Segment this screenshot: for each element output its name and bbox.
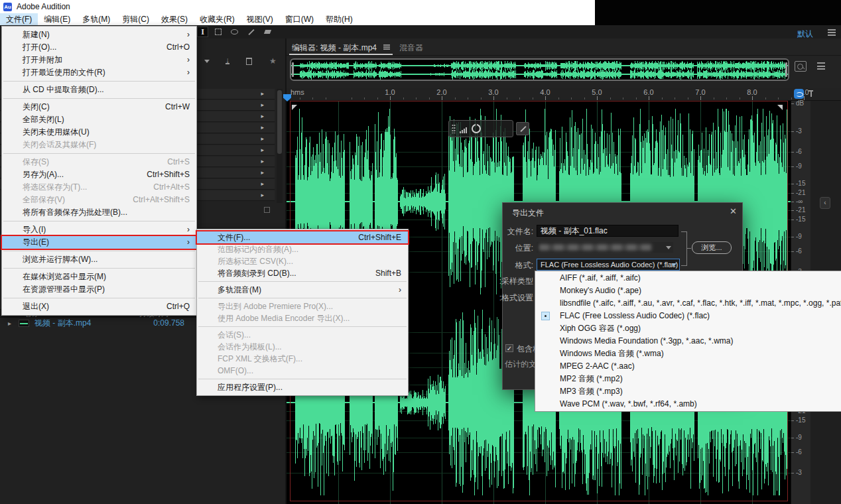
export-submenu-item-0[interactable]: 文件(F)...Ctrl+Shift+E <box>197 231 408 243</box>
file-menu-item-19[interactable]: 导出(E)› <box>2 236 196 249</box>
overview-navigator[interactable] <box>290 58 789 81</box>
small-box-icon[interactable] <box>264 207 270 213</box>
menubar-item-7[interactable]: 视图(V) <box>241 13 279 25</box>
trash-icon[interactable] <box>246 58 252 65</box>
file-menu-item-23[interactable]: 在媒体浏览器中显示(M) <box>2 271 196 283</box>
format-option-6[interactable]: Windows Media 音频 (*.wma) <box>535 347 841 360</box>
slot-arrow-icon[interactable]: ▸ <box>261 113 264 119</box>
menubar-item-5[interactable]: 效果(S) <box>155 13 194 25</box>
zoom-preset-icon[interactable] <box>795 61 807 72</box>
format-option-3[interactable]: FLAC (Free Lossless Audio Codec) (*.flac… <box>535 310 841 322</box>
slot-arrow-icon[interactable]: ▸ <box>261 124 264 131</box>
file-menu-item-26[interactable]: 退出(X)Ctrl+Q <box>2 300 196 313</box>
clip-corner-handle-left[interactable] <box>292 105 297 110</box>
format-option-0[interactable]: AIFF (*.aif, *.aiff, *.aifc) <box>535 272 841 284</box>
format-option-8[interactable]: MP2 音频 (*.mp2) <box>535 373 841 385</box>
volume-knob[interactable] <box>472 124 481 133</box>
include-markers-checkbox[interactable]: ✓ <box>505 344 513 352</box>
scrollbar-thumb[interactable] <box>277 90 282 154</box>
spot-healing-tool[interactable] <box>262 27 273 37</box>
time-selection-tool[interactable]: I <box>197 27 208 37</box>
file-menu-item-24[interactable]: 在资源管理器中显示(P) <box>2 283 196 296</box>
format-option-1[interactable]: Monkey's Audio (*.ape) <box>535 284 841 297</box>
location-caret-icon[interactable] <box>666 246 671 249</box>
export-submenu-item-3[interactable]: 将音频刻录到 CD(B)...Shift+B <box>197 267 408 279</box>
menubar-item-8[interactable]: 窗口(W) <box>279 13 320 25</box>
expand-arrow-icon[interactable]: ▸ <box>8 318 11 329</box>
clip-corner-handle-right[interactable] <box>777 105 783 110</box>
export-submenu-item-13[interactable]: OMF(O)... <box>197 365 408 377</box>
menubar-item-4[interactable]: 剪辑(C) <box>116 13 155 25</box>
overview-left-handle[interactable] <box>292 62 294 77</box>
download-icon[interactable]: ↓ <box>226 56 229 64</box>
workspace-menu-icon[interactable] <box>828 29 836 36</box>
overview-right-handle[interactable] <box>785 62 787 77</box>
lasso-selection-tool[interactable] <box>229 27 240 37</box>
slot-arrow-icon[interactable]: ▸ <box>261 158 264 164</box>
format-option-2[interactable]: libsndfile (*.aifc, *.aiff, *.au, *.avr,… <box>535 297 841 310</box>
file-menu-item-15[interactable]: 全部保存(V)Ctrl+Alt+Shift+S <box>2 194 196 206</box>
slot-arrow-icon[interactable]: ▸ <box>261 169 264 176</box>
browse-button[interactable]: 浏览... <box>692 241 732 254</box>
export-submenu-item-15[interactable]: 应用程序设置(P)... <box>197 381 408 393</box>
export-submenu-item-10[interactable]: 会话(S)... <box>197 329 408 341</box>
dialog-close-button[interactable]: ✕ <box>730 206 737 216</box>
panel-menu-icon[interactable] <box>383 44 390 50</box>
slot-arrow-icon[interactable]: ▸ <box>261 90 264 97</box>
file-menu-item-7[interactable]: 关闭(C)Ctrl+W <box>2 101 196 113</box>
export-submenu-item-8[interactable]: 使用 Adobe Media Encoder 导出(X)... <box>197 312 408 324</box>
export-submenu-item-5[interactable]: 多轨混音(M)› <box>197 284 408 296</box>
export-submenu-item-11[interactable]: 会话作为模板(L)... <box>197 341 408 353</box>
file-menu-item-2[interactable]: 打开并附加› <box>2 54 196 66</box>
export-submenu-item-1[interactable]: 范围标记内的音频(A)... <box>197 243 408 255</box>
menubar-item-9[interactable]: 帮助(H) <box>320 13 359 25</box>
menubar-item-1[interactable]: 文件(F) <box>0 13 38 25</box>
file-menu-item-12[interactable]: 保存(S)Ctrl+S <box>2 156 196 168</box>
tab-editor[interactable]: 编辑器: 视频 - 副本.mp4 <box>292 42 377 54</box>
file-menu-item-13[interactable]: 另存为(A)...Ctrl+Shift+S <box>2 168 196 181</box>
slot-arrow-icon[interactable]: ▸ <box>261 101 264 108</box>
hud-edit-button[interactable] <box>516 122 529 135</box>
export-submenu-item-12[interactable]: FCP XML 交换格式(F)... <box>197 353 408 365</box>
overview-list-icon[interactable] <box>817 62 825 70</box>
paintbrush-tool[interactable] <box>245 27 257 37</box>
filename-input[interactable]: 视频 - 副本_01.flac <box>537 225 679 237</box>
menubar-item-6[interactable]: 收藏夹(R) <box>194 13 241 25</box>
slot-arrow-icon[interactable]: ▸ <box>261 135 264 142</box>
menubar-item-3[interactable]: 多轨(M) <box>76 13 116 25</box>
pin-icon[interactable] <box>809 90 813 92</box>
panel-collapse-button[interactable]: ‹ <box>820 197 830 209</box>
format-option-5[interactable]: Windows Media Foundation (*.3gp, *.aac, … <box>535 335 841 347</box>
marquee-selection-tool[interactable] <box>212 27 224 37</box>
slot-arrow-icon[interactable]: ▸ <box>261 192 264 198</box>
export-submenu-item-7[interactable]: 导出到 Adobe Premiere Pro(X)... <box>197 300 408 312</box>
timeline-ruler[interactable]: hms 1.02.03.04.05.06.07.08.09.0 <box>287 88 841 101</box>
export-submenu-item-2[interactable]: 所选标记至 CSV(K)... <box>197 255 408 267</box>
file-menu-item-3[interactable]: 打开最近使用的文件(R)› <box>2 66 196 79</box>
format-option-4[interactable]: Xiph OGG 容器 (*.ogg) <box>535 322 841 335</box>
location-combo[interactable] <box>537 242 673 253</box>
hud-grip-icon[interactable] <box>452 124 456 133</box>
volume-hud[interactable] <box>448 120 513 137</box>
favorites-star-icon[interactable]: ★ <box>269 56 277 66</box>
file-menu-item-0[interactable]: 新建(N)› <box>2 29 196 41</box>
file-menu-item-8[interactable]: 全部关闭(L) <box>2 113 196 126</box>
file-menu-item-5[interactable]: 从 CD 中提取音频(D)... <box>2 84 196 96</box>
file-menu-item-1[interactable]: 打开(O)...Ctrl+O <box>2 41 196 54</box>
format-combo[interactable]: FLAC (Free Lossless Audio Codec) (*.flac… <box>537 259 680 271</box>
file-menu-item-10[interactable]: 关闭会话及其媒体(F) <box>2 139 196 151</box>
menubar-item-2[interactable]: 编辑(E) <box>38 13 76 25</box>
tab-mixer[interactable]: 混音器 <box>399 42 423 54</box>
auto-scroll-icon[interactable] <box>794 89 804 99</box>
slots-scrollbar[interactable] <box>277 89 283 203</box>
file-name[interactable]: 视频 - 副本.mp4 <box>34 318 91 329</box>
file-menu-item-18[interactable]: 导入(I)› <box>2 223 196 236</box>
format-option-9[interactable]: MP3 音频 (*.mp3) <box>535 385 841 398</box>
file-menu-item-21[interactable]: 浏览并运行脚本(W)... <box>2 253 196 266</box>
slot-arrow-icon[interactable]: ▸ <box>261 147 264 153</box>
media-combo-caret-icon[interactable] <box>204 60 210 63</box>
format-option-10[interactable]: Wave PCM (*.wav, *.bwf, *.rf64, *.amb) <box>535 398 841 410</box>
file-menu-item-14[interactable]: 将选区保存为(T)...Ctrl+Alt+S <box>2 181 196 194</box>
format-option-7[interactable]: MPEG 2-AAC (*.aac) <box>535 360 841 373</box>
file-menu-item-9[interactable]: 关闭未使用媒体(U) <box>2 126 196 139</box>
